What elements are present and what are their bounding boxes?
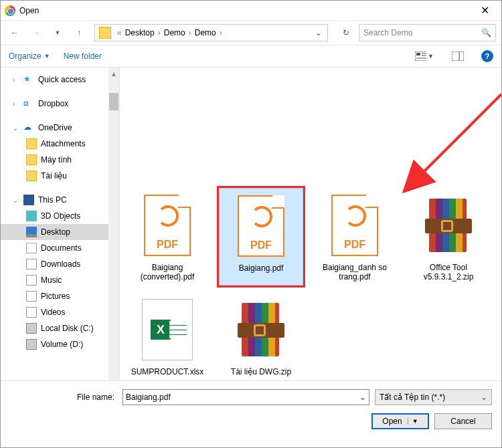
file-item[interactable]: Office Tool v5.9.3.1_2.zip — [406, 188, 491, 286]
chevron-right-icon: › — [13, 100, 19, 108]
sidebar-item-this-pc[interactable]: ⌄ This PC — [1, 192, 119, 208]
winrar-icon — [422, 195, 475, 256]
star-icon: ★ — [23, 74, 34, 85]
scrollbar-thumb[interactable] — [109, 93, 118, 110]
folder-icon — [99, 27, 111, 39]
sidebar-item-dropbox[interactable]: › ⧈ Dropbox — [1, 96, 119, 112]
cloud-icon: ☁ — [23, 122, 34, 133]
filename-input[interactable]: Baigiang.pdf ⌄ — [122, 389, 369, 405]
sidebar-item-3d-objects[interactable]: 3D Objects — [1, 208, 119, 224]
file-item[interactable]: Tài liệu DWG.zip — [219, 292, 303, 380]
breadcrumb-prefix: « — [114, 28, 125, 37]
sidebar-item-music[interactable]: Music — [1, 272, 119, 288]
sidebar-item-pictures[interactable]: Pictures — [1, 288, 119, 304]
open-button[interactable]: Open ▼ — [371, 413, 429, 429]
sidebar-item-videos[interactable]: Videos — [1, 304, 119, 320]
chevron-down-icon: ▼ — [44, 53, 50, 60]
dropbox-icon: ⧈ — [23, 98, 34, 109]
file-item[interactable]: X SUMPRODUCT.xlsx — [125, 292, 210, 380]
breadcrumb-part[interactable]: Demo — [195, 28, 216, 37]
breadcrumb[interactable]: « Desktop › Demo › Demo › ⌄ — [94, 24, 328, 41]
file-type-filter[interactable]: Tất cả Tệp tin (*.*) ⌄ — [375, 389, 492, 405]
sidebar-item-attachments[interactable]: Attachments — [1, 136, 119, 152]
sidebar-item-local-disk-c[interactable]: Local Disk (C:) — [1, 320, 119, 336]
disk-icon — [26, 323, 37, 334]
pdf-icon: PDF — [331, 195, 378, 256]
up-button[interactable]: ↑ — [70, 24, 88, 41]
folder-icon — [26, 171, 37, 181]
toolbar: Organize ▼ New folder ▼ ? — [1, 45, 501, 68]
help-button[interactable]: ? — [481, 50, 493, 62]
pdf-icon: PDF — [144, 195, 191, 256]
back-button[interactable]: ← — [6, 24, 23, 41]
sidebar-item-volume-d[interactable]: Volume (D:) — [1, 336, 119, 352]
window-title: Open — [19, 6, 39, 15]
cube-icon — [26, 211, 37, 221]
file-item[interactable]: PDF Baigiang (converted).pdf — [125, 188, 210, 286]
folder-icon — [26, 138, 37, 149]
file-item[interactable]: PDF Baigiang_danh so trang.pdf — [313, 188, 397, 286]
chevron-down-icon: ⌄ — [13, 124, 19, 132]
disk-icon — [26, 339, 37, 350]
sidebar-item-quick-access[interactable]: › ★ Quick access — [1, 72, 119, 88]
cancel-button[interactable]: Cancel — [434, 413, 492, 429]
downloads-icon — [26, 259, 37, 269]
sidebar-item-may-tinh[interactable]: Máy tính — [1, 152, 119, 168]
pc-icon — [23, 195, 34, 205]
breadcrumb-part[interactable]: Demo — [164, 28, 185, 37]
pdf-icon: PDF — [238, 195, 284, 257]
chevron-right-icon: › — [13, 76, 19, 84]
nav-row: ← → ▼ ↑ « Desktop › Demo › Demo › ⌄ ↻ Se… — [1, 21, 501, 45]
music-icon — [26, 275, 37, 286]
sidebar-item-onedrive[interactable]: ⌄ ☁ OneDrive — [1, 120, 119, 136]
sidebar-scrollbar[interactable]: ▴ — [108, 68, 119, 380]
sidebar-item-tai-lieu[interactable]: Tài liệu — [1, 168, 119, 184]
titlebar: Open ✕ — [1, 1, 501, 21]
excel-icon: X — [142, 299, 193, 360]
file-item-selected[interactable]: PDF Baigiang.pdf — [219, 188, 303, 286]
filename-label: File name: — [10, 393, 117, 402]
organize-button[interactable]: Organize ▼ — [9, 51, 50, 61]
sidebar-item-desktop[interactable]: Desktop — [1, 224, 119, 240]
svg-rect-5 — [452, 51, 464, 61]
search-input[interactable]: Search Demo 🔍 — [359, 24, 496, 41]
footer: File name: Baigiang.pdf ⌄ Tất cả Tệp tin… — [1, 380, 501, 436]
search-placeholder: Search Demo — [363, 28, 412, 37]
chevron-down-icon: ▼ — [408, 418, 418, 425]
sidebar: › ★ Quick access › ⧈ Dropbox ⌄ ☁ OneDriv… — [1, 68, 120, 380]
close-icon[interactable]: ✕ — [473, 1, 497, 19]
recent-dropdown[interactable]: ▼ — [49, 24, 66, 41]
view-mode-button[interactable]: ▼ — [414, 49, 434, 64]
monitor-icon — [26, 227, 37, 237]
forward-button[interactable]: → — [27, 24, 45, 41]
new-folder-button[interactable]: New folder — [64, 51, 102, 61]
refresh-button[interactable]: ↻ — [337, 24, 355, 41]
chevron-down-icon: ⌄ — [13, 197, 19, 204]
sidebar-item-downloads[interactable]: Downloads — [1, 256, 119, 272]
chevron-down-icon[interactable]: ⌄ — [311, 28, 326, 37]
svg-rect-1 — [416, 53, 420, 55]
preview-pane-button[interactable] — [448, 49, 468, 64]
chevron-down-icon: ⌄ — [359, 393, 366, 402]
breadcrumb-part[interactable]: Desktop — [125, 28, 155, 37]
body: › ★ Quick access › ⧈ Dropbox ⌄ ☁ OneDriv… — [1, 68, 501, 380]
pictures-icon — [26, 291, 37, 302]
videos-icon — [26, 307, 37, 318]
chevron-down-icon: ⌄ — [481, 393, 487, 402]
search-icon: 🔍 — [481, 28, 491, 37]
documents-icon — [26, 243, 37, 253]
file-pane[interactable]: PDF Baigiang (converted).pdf PDF Baigian… — [120, 68, 501, 380]
sidebar-item-documents[interactable]: Documents — [1, 240, 119, 256]
winrar-icon — [235, 299, 287, 360]
folder-icon — [26, 154, 37, 165]
chrome-icon — [5, 5, 15, 16]
